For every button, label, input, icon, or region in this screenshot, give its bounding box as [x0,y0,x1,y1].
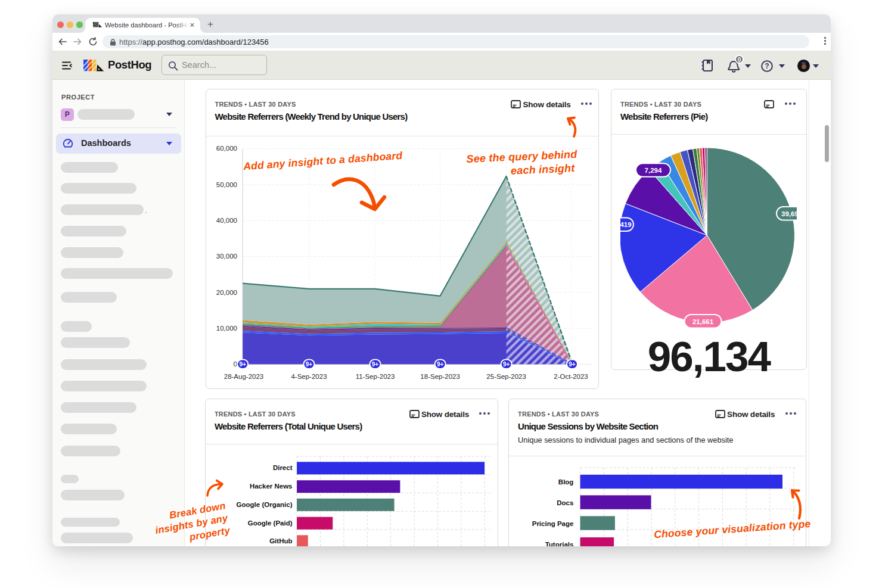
svg-text:Blog: Blog [558,478,574,486]
svg-text:9+: 9+ [502,361,510,368]
svg-text:?: ? [765,62,769,70]
svg-text:60,000: 60,000 [216,145,237,152]
svg-text:11-Sep-2023: 11-Sep-2023 [355,373,395,380]
svg-text:2-Oct-2023: 2-Oct-2023 [554,373,588,380]
svg-text:Direct: Direct [273,464,293,471]
svg-text:0: 0 [233,360,237,368]
svg-text:28-Aug-2023: 28-Aug-2023 [223,373,263,380]
svg-text:10,000: 10,000 [216,324,237,331]
svg-text:50,000: 50,000 [216,181,237,188]
svg-text:30,000: 30,000 [216,253,237,260]
svg-text:Pricing Page: Pricing Page [532,519,574,527]
svg-text:21,661: 21,661 [692,318,714,325]
svg-text:GitHub: GitHub [269,537,292,545]
svg-text:9+: 9+ [305,361,312,368]
svg-text:419: 419 [620,221,632,228]
svg-text:Google (Organic): Google (Organic) [236,501,292,508]
svg-text:39,694: 39,694 [781,210,797,217]
svg-text:18-Sep-2023: 18-Sep-2023 [420,373,460,380]
svg-text:9+: 9+ [371,361,378,368]
svg-text:9+: 9+ [239,361,246,368]
svg-text:40,000: 40,000 [216,217,237,224]
svg-text:Tutorials: Tutorials [545,541,574,546]
svg-text:Docs: Docs [557,499,573,506]
svg-text:9+: 9+ [569,361,576,368]
svg-text:25-Sep-2023: 25-Sep-2023 [486,373,526,380]
svg-text:20,000: 20,000 [216,288,237,295]
svg-text:Google (Paid): Google (Paid) [248,519,293,527]
svg-text:9+: 9+ [436,361,443,368]
svg-text:7,294: 7,294 [645,166,662,173]
svg-text:4-Sep-2023: 4-Sep-2023 [291,373,327,380]
svg-text:Hacker News: Hacker News [250,483,293,490]
